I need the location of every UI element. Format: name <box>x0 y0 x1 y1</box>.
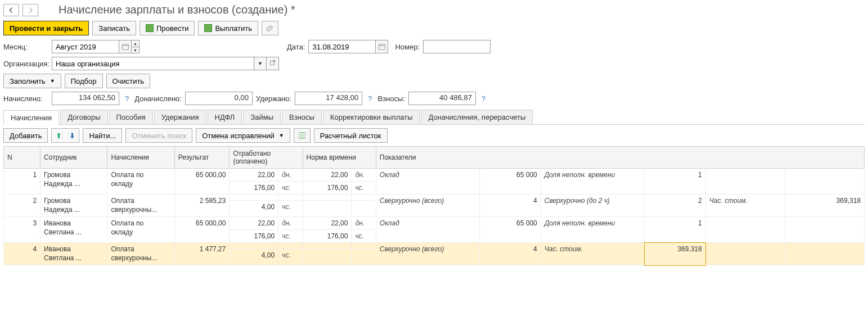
cell-ind2-val[interactable]: 2 <box>645 195 706 217</box>
cell-worked-days[interactable]: 22,00 <box>230 217 278 230</box>
cell-worked-hours[interactable]: 4,00 <box>230 249 278 265</box>
cell-ind3-name[interactable] <box>705 217 785 243</box>
clear-button[interactable]: Очистить <box>106 74 151 88</box>
cell-norm-days[interactable]: 22,00 <box>303 169 352 182</box>
org-dropdown-button[interactable]: ▼ <box>254 57 267 70</box>
cell-accrual[interactable]: Оплата поокладу <box>107 169 174 195</box>
cancel-search-button[interactable]: Отменить поиск <box>125 128 192 143</box>
table-row[interactable]: 4ИвановаСветлана ...Оплатасверхурочны...… <box>4 243 865 249</box>
post-and-close-button[interactable]: Провести и закрыть <box>3 21 89 35</box>
tab-deductions[interactable]: Удержания <box>154 110 206 124</box>
col-norm[interactable]: Норма времени <box>303 147 376 169</box>
table-row[interactable]: 2ГромоваНадежда ...Оплатасверхурочны...2… <box>4 195 865 201</box>
tab-extra-accruals[interactable]: Доначисления, перерасчеты <box>421 110 533 124</box>
attach-button[interactable] <box>262 21 278 35</box>
cell-ind3-name[interactable] <box>705 169 785 195</box>
cell-employee[interactable]: ИвановаСветлана ... <box>41 243 107 265</box>
cell-ind1-val[interactable]: 4 <box>480 195 541 217</box>
cell-ind2-val[interactable]: 1 <box>645 169 706 195</box>
cell-worked-days[interactable] <box>230 195 278 201</box>
col-n[interactable]: N <box>4 147 41 169</box>
add-row-button[interactable]: Добавить <box>3 128 48 143</box>
col-worked[interactable]: Отработано (оплачено) <box>230 147 303 169</box>
show-columns-button[interactable] <box>294 128 311 143</box>
col-indicators[interactable]: Показатели <box>376 147 864 169</box>
cell-n[interactable]: 1 <box>4 169 41 195</box>
cell-accrual[interactable]: Оплатасверхурочны... <box>107 243 174 265</box>
cell-ind2-name[interactable]: Час. стоим. <box>541 243 644 265</box>
cell-employee[interactable]: ИвановаСветлана ... <box>41 217 107 243</box>
cell-norm-hours[interactable] <box>303 249 352 265</box>
fill-button[interactable]: Заполнить ▼ <box>3 74 61 88</box>
cell-n[interactable]: 2 <box>4 195 41 217</box>
cell-worked-days[interactable] <box>230 243 278 249</box>
post-button[interactable]: Провести <box>140 21 195 35</box>
cell-ind1-val[interactable]: 65 000 <box>480 169 541 195</box>
pick-button[interactable]: Подбор <box>65 74 103 88</box>
tab-payment-corrections[interactable]: Корректировки выплаты <box>323 110 420 124</box>
cell-ind2-name[interactable]: Доля неполн. времени <box>541 169 644 195</box>
contrib-help[interactable]: ? <box>479 94 488 103</box>
spinner-down-icon[interactable]: ▼ <box>132 47 140 53</box>
cell-ind3-val[interactable]: 369,318 <box>785 195 864 217</box>
cell-norm-hours[interactable] <box>303 201 352 217</box>
tab-accruals[interactable]: Начисления <box>3 110 59 125</box>
cell-worked-hours[interactable]: 4,00 <box>230 201 278 217</box>
cell-employee[interactable]: ГромоваНадежда ... <box>41 169 107 195</box>
cell-ind1-name[interactable]: Сверхурочно (всего) <box>376 243 479 265</box>
cell-ind2-name[interactable]: Сверхурочно (до 2 ч) <box>541 195 644 217</box>
table-row[interactable]: 1ГромоваНадежда ...Оплата поокладу65 000… <box>4 169 865 182</box>
tab-contributions[interactable]: Взносы <box>282 110 322 124</box>
payslip-button[interactable]: Расчетный листок <box>314 128 388 143</box>
col-employee[interactable]: Сотрудник <box>41 147 107 169</box>
date-calendar-button[interactable] <box>376 40 388 53</box>
cell-worked-hours[interactable]: 176,00 <box>230 230 278 243</box>
table-row[interactable]: 3ИвановаСветлана ...Оплата поокладу65 00… <box>4 217 865 230</box>
tab-ndfl[interactable]: НДФЛ <box>208 110 242 124</box>
find-button[interactable]: Найти... <box>83 128 122 143</box>
org-input[interactable] <box>52 57 254 70</box>
cell-employee[interactable]: ГромоваНадежда ... <box>41 195 107 217</box>
cell-ind1-name[interactable]: Оклад <box>376 217 479 243</box>
date-input[interactable] <box>308 40 376 53</box>
month-calendar-button[interactable] <box>119 40 132 53</box>
nav-forward-button[interactable] <box>23 4 38 16</box>
cell-norm-days[interactable]: 22,00 <box>303 217 352 230</box>
withheld-help[interactable]: ? <box>366 94 374 103</box>
cell-worked-days[interactable]: 22,00 <box>230 169 278 182</box>
cell-ind2-val[interactable]: 1 <box>645 217 706 243</box>
org-open-button[interactable] <box>267 57 279 70</box>
nav-back-button[interactable] <box>3 4 19 16</box>
tab-contracts[interactable]: Договоры <box>60 110 107 124</box>
cell-ind1-name[interactable]: Сверхурочно (всего) <box>376 195 479 217</box>
accrued-help[interactable]: ? <box>123 94 131 103</box>
cell-ind1-name[interactable]: Оклад <box>376 169 479 195</box>
cell-ind2-val[interactable]: 369,318 <box>645 243 706 265</box>
cell-ind3-val[interactable] <box>785 217 864 243</box>
cell-accrual[interactable]: Оплатасверхурочны... <box>107 195 174 217</box>
tab-benefits[interactable]: Пособия <box>109 110 153 124</box>
cell-norm-days[interactable] <box>303 195 352 201</box>
col-result[interactable]: Результат <box>174 147 230 169</box>
save-button[interactable]: Записать <box>92 21 136 35</box>
cancel-corrections-button[interactable]: Отмена исправлений ▼ <box>196 128 290 143</box>
cell-n[interactable]: 3 <box>4 217 41 243</box>
cell-n[interactable]: 4 <box>4 243 41 265</box>
cell-result[interactable]: 1 477,27 <box>174 243 230 265</box>
move-up-button[interactable]: ⬆ <box>52 129 65 142</box>
cell-ind1-val[interactable]: 4 <box>480 243 541 265</box>
move-down-button[interactable]: ⬇ <box>66 129 78 142</box>
cell-result[interactable]: 65 000,00 <box>174 217 230 243</box>
payout-button[interactable]: Выплатить <box>198 21 258 35</box>
tab-loans[interactable]: Займы <box>243 110 281 124</box>
cell-ind3-name[interactable] <box>705 243 785 265</box>
cell-worked-hours[interactable]: 176,00 <box>230 182 278 195</box>
month-spinner[interactable]: ▲ ▼ <box>132 40 140 53</box>
cell-ind3-val[interactable] <box>785 169 864 195</box>
cell-ind3-name[interactable]: Час. стоим. <box>705 195 785 217</box>
cell-norm-hours[interactable]: 176,00 <box>303 230 352 243</box>
cell-result[interactable]: 2 585,23 <box>174 195 230 217</box>
number-input[interactable] <box>423 40 491 53</box>
cell-ind3-val[interactable] <box>785 243 864 265</box>
spinner-up-icon[interactable]: ▲ <box>132 40 140 47</box>
